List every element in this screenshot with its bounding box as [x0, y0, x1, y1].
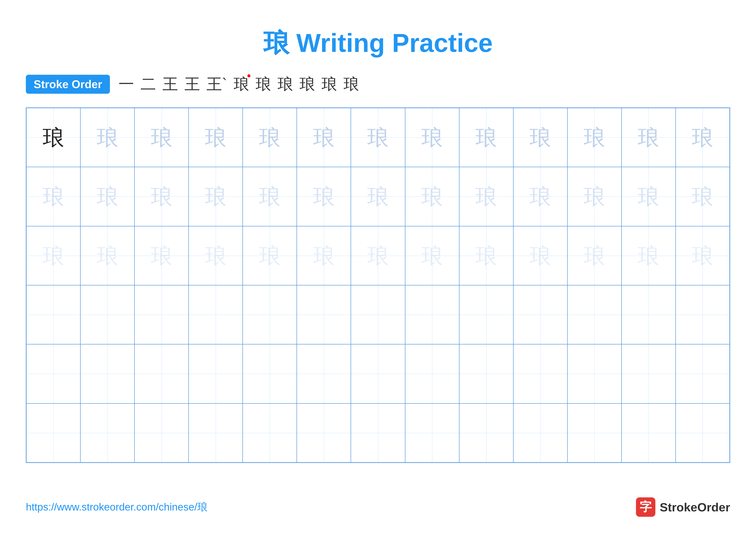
grid-cell[interactable] [189, 403, 243, 463]
grid-cell[interactable]: 琅 [134, 226, 189, 285]
grid-cell[interactable]: 琅 [405, 108, 459, 167]
grid-cell[interactable] [676, 285, 730, 344]
grid-cell[interactable]: 琅 [459, 226, 513, 285]
grid-cell[interactable] [622, 285, 676, 344]
grid-cell[interactable]: 琅 [189, 108, 243, 167]
grid-cell[interactable] [405, 403, 459, 463]
grid-cell[interactable] [459, 344, 513, 403]
grid-cell[interactable]: 琅 [189, 226, 243, 285]
grid-cell[interactable]: 琅 [134, 167, 189, 226]
page: 琅 Writing Practice Stroke Order 一 二 王 王 … [0, 0, 756, 534]
grid-cell[interactable]: 琅 [459, 167, 513, 226]
grid-cell[interactable] [134, 285, 189, 344]
grid-cell[interactable]: 琅 [513, 108, 567, 167]
grid-cell[interactable]: 琅 [405, 226, 459, 285]
grid-cell[interactable] [676, 403, 730, 463]
stroke-5: 王` [206, 74, 227, 94]
grid-cell[interactable]: 琅 [243, 167, 297, 226]
stroke-9: 琅 [300, 74, 315, 94]
grid-cell[interactable] [80, 285, 134, 344]
stroke-3: 王 [162, 74, 178, 94]
grid-cell[interactable]: 琅 [243, 108, 297, 167]
grid-cell[interactable]: 琅 [676, 226, 730, 285]
grid-cell[interactable]: 琅 [297, 108, 351, 167]
grid-cell[interactable]: 琅 [80, 108, 134, 167]
grid-cell[interactable] [622, 344, 676, 403]
grid-cell[interactable] [243, 344, 297, 403]
grid-cell[interactable] [459, 403, 513, 463]
grid-cell[interactable] [567, 403, 622, 463]
grid-cell[interactable] [80, 344, 134, 403]
grid-cell[interactable] [297, 285, 351, 344]
grid-cell[interactable]: 琅 [26, 108, 80, 167]
grid-cell[interactable] [567, 344, 622, 403]
grid-cell[interactable]: 琅 [189, 167, 243, 226]
stroke-order-row: Stroke Order 一 二 王 王 王` 琅 琅 琅 琅 琅 琅 [26, 74, 730, 94]
grid-cell[interactable] [243, 403, 297, 463]
page-title: 琅 Writing Practice [26, 26, 730, 61]
grid-cell[interactable] [459, 285, 513, 344]
grid-cell[interactable]: 琅 [676, 167, 730, 226]
grid-cell[interactable]: 琅 [26, 167, 80, 226]
grid-cell[interactable] [26, 344, 80, 403]
grid-cell[interactable] [676, 344, 730, 403]
grid-cell[interactable]: 琅 [676, 108, 730, 167]
grid-cell[interactable]: 琅 [513, 226, 567, 285]
stroke-1: 一 [119, 74, 134, 94]
grid-cell[interactable] [80, 403, 134, 463]
grid-cell[interactable] [405, 344, 459, 403]
stroke-7: 琅 [256, 74, 271, 94]
grid-cell[interactable] [351, 285, 405, 344]
grid-cell[interactable]: 琅 [567, 226, 622, 285]
grid-cell[interactable] [189, 285, 243, 344]
grid-cell[interactable]: 琅 [243, 226, 297, 285]
grid-cell[interactable]: 琅 [405, 167, 459, 226]
grid-cell[interactable] [297, 344, 351, 403]
grid-cell[interactable] [567, 285, 622, 344]
stroke-8: 琅 [278, 74, 293, 94]
stroke-10: 琅 [322, 74, 337, 94]
grid-cell[interactable]: 琅 [567, 167, 622, 226]
stroke-6: 琅 [233, 74, 249, 94]
grid-cell[interactable]: 琅 [351, 226, 405, 285]
grid-cell[interactable] [622, 403, 676, 463]
grid-cell[interactable] [405, 285, 459, 344]
footer: https://www.strokeorder.com/chinese/琅 字 … [26, 497, 730, 517]
practice-grid: 琅 琅 琅 琅 琅 琅 琅 琅 琅 琅 琅 琅 琅 琅 琅 琅 琅 琅 琅 琅 … [26, 108, 730, 463]
grid-cell[interactable] [26, 403, 80, 463]
grid-cell[interactable] [513, 285, 567, 344]
grid-cell[interactable] [513, 344, 567, 403]
stroke-2: 二 [141, 74, 156, 94]
grid-cell[interactable] [134, 403, 189, 463]
grid-cell[interactable] [134, 344, 189, 403]
grid-cell[interactable]: 琅 [459, 108, 513, 167]
grid-cell[interactable]: 琅 [622, 108, 676, 167]
stroke-order-badge: Stroke Order [26, 75, 110, 94]
grid-cell[interactable]: 琅 [567, 108, 622, 167]
grid-cell[interactable] [189, 344, 243, 403]
grid-cell[interactable]: 琅 [513, 167, 567, 226]
stroke-4: 王 [184, 74, 200, 94]
grid-cell[interactable] [26, 285, 80, 344]
grid-cell[interactable]: 琅 [80, 167, 134, 226]
grid-cell[interactable]: 琅 [26, 226, 80, 285]
grid-cell[interactable]: 琅 [134, 108, 189, 167]
footer-brand-name: StrokeOrder [660, 500, 730, 514]
grid-cell[interactable]: 琅 [622, 226, 676, 285]
grid-cell[interactable] [297, 403, 351, 463]
grid-cell[interactable]: 琅 [297, 167, 351, 226]
grid-cell[interactable] [351, 344, 405, 403]
grid-cell[interactable] [351, 403, 405, 463]
grid-cell[interactable]: 琅 [351, 167, 405, 226]
grid-cell[interactable]: 琅 [297, 226, 351, 285]
grid-cell[interactable]: 琅 [351, 108, 405, 167]
grid-cell[interactable] [243, 285, 297, 344]
grid-cell[interactable] [513, 403, 567, 463]
grid-cell[interactable]: 琅 [622, 167, 676, 226]
footer-logo-icon: 字 [636, 497, 655, 517]
stroke-sequence: 一 二 王 王 王` 琅 琅 琅 琅 琅 琅 [119, 74, 359, 94]
stroke-11: 琅 [343, 74, 359, 94]
footer-brand: 字 StrokeOrder [636, 497, 730, 517]
footer-url[interactable]: https://www.strokeorder.com/chinese/琅 [26, 500, 207, 514]
grid-cell[interactable]: 琅 [80, 226, 134, 285]
